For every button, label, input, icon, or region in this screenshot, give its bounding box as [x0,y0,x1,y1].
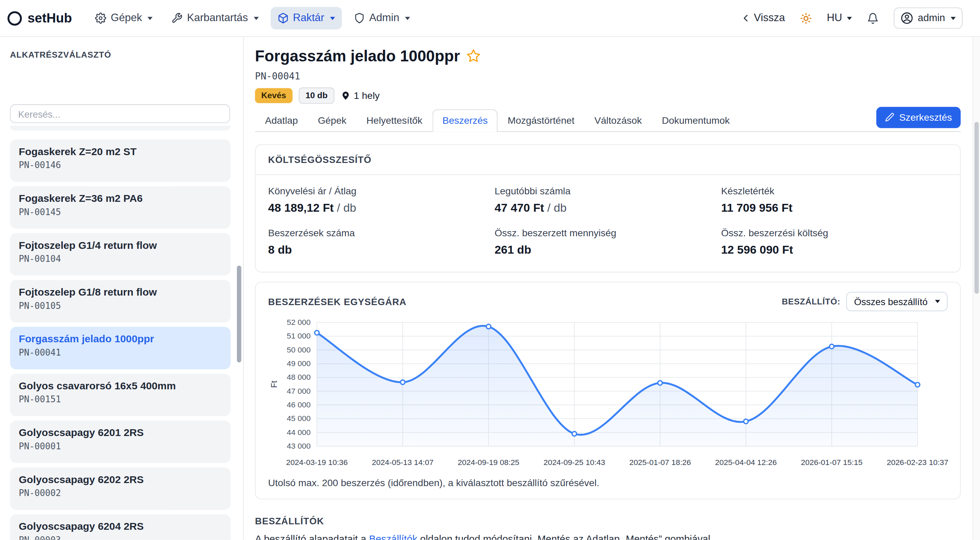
sidebar-scrollbar[interactable] [237,265,242,362]
suppliers-link[interactable]: Beszállítók [369,533,417,540]
tab-helyettesitok[interactable]: Helyettesítők [356,109,433,132]
stat-label: Készletérték [721,186,948,197]
app-window: setHub GépekKarbantartásRaktárAdmin Viss… [0,0,980,540]
part-list-item-pn-00104[interactable]: Fojtoszelep G1/4 return flowPN-00104 [10,233,231,276]
part-list-item-partial[interactable] [10,125,231,130]
cost-summary-title: KÖLTSÉGÖSSZESÍTŐ [256,145,960,175]
stat-label: Össz. beszerzési költség [721,227,948,238]
stat-value: 11 709 956 Ft [721,201,948,214]
chart-header: BESZERZÉSEK EGYSÉGÁRA BESZÁLLÍTÓ: Összes… [256,282,960,318]
nav-item-admin[interactable]: Admin [347,7,417,29]
part-list-item-pn-00001[interactable]: Golyoscsapagy 6201 2RSPN-00001 [10,421,231,463]
part-list-item-pn-00041[interactable]: Forgasszám jelado 1000pprPN-00041 [10,327,231,370]
svg-text:50 000: 50 000 [287,345,311,354]
search-input[interactable] [10,104,230,123]
part-item-pn: PN-00145 [19,207,222,217]
edit-button-label: Szerkesztés [899,111,952,123]
tab-gepek[interactable]: Gépek [308,109,356,132]
tab-beszerzes[interactable]: Beszerzés [433,109,498,132]
cost-stat-konyvelesi-ar-atlag: Könyvelési ár / Átlag48 189,12 Ft / db [268,186,495,215]
stat-value-number: 261 db [495,243,531,256]
pencil-icon [885,113,894,122]
tab-bar: AdatlapGépekHelyettesítőkBeszerzésMozgás… [255,109,961,132]
stat-value: 47 470 Ft / db [495,201,721,214]
chevron-left-icon [740,13,751,24]
window-scrollbar-thumb[interactable] [975,122,979,294]
stat-value: 48 189,12 Ft / db [268,201,495,214]
suppliers-text-before: A beszállító alapadatait a [255,533,369,540]
language-label: HU [827,12,842,25]
part-item-name: Golyoscsapagy 6201 2RS [19,427,222,439]
box-icon [277,13,288,24]
part-list: Fogaskerek Z=20 m2 STPN-00146Fogaskerek … [0,125,243,540]
svg-text:48 000: 48 000 [287,373,311,381]
theme-toggle-sun-icon[interactable] [800,12,812,24]
part-item-pn: PN-00041 [19,347,222,357]
edit-button[interactable]: Szerkesztés [876,107,961,128]
user-avatar-icon [901,12,913,25]
location-info[interactable]: 1 hely [340,90,380,101]
chevron-down-icon [935,300,940,303]
suppliers-title: BESZÁLLÍTÓK [255,515,961,526]
user-name: admin [918,13,945,24]
notifications-bell-icon[interactable] [867,12,879,24]
user-menu[interactable]: admin [894,8,963,29]
stat-value-number: 8 db [268,243,292,256]
tab-mozgastortenet[interactable]: Mozgástörténet [498,109,584,132]
cost-summary-card: KÖLTSÉGÖSSZESÍTŐ Könyvelési ár / Átlag48… [255,144,961,272]
brand-logo[interactable]: setHub [8,11,72,25]
language-selector[interactable]: HU [827,12,852,25]
part-item-name: Fogaskerek Z=20 m2 ST [19,146,222,157]
stat-label: Beszerzések száma [268,227,495,238]
favorite-star-icon[interactable] [466,49,480,63]
back-button[interactable]: Vissza [740,12,785,25]
stat-label: Össz. beszerzett mennyiség [495,227,721,238]
main-content: Forgasszám jelado 1000ppr PN-00041 Kevés… [245,37,972,540]
tab-valtozasok[interactable]: Változások [584,109,652,132]
svg-text:52 000: 52 000 [287,318,311,326]
nav-item-karbantartas[interactable]: Karbantartás [165,7,266,29]
page-title: Forgasszám jelado 1000ppr [255,47,460,65]
stat-value-number: 48 189,12 Ft [268,201,334,214]
part-list-item-pn-00145[interactable]: Fogaskerek Z=36 m2 PA6PN-00145 [10,186,231,229]
svg-text:2026-01-07 15:15: 2026-01-07 15:15 [801,457,863,466]
svg-text:2025-04-04 12:26: 2025-04-04 12:26 [715,457,777,466]
part-list-item-pn-00002[interactable]: Golyoscsapagy 6202 2RSPN-00002 [10,467,231,510]
nav-item-gepek[interactable]: Gépek [88,7,159,29]
svg-text:49 000: 49 000 [287,359,311,367]
part-list-item-pn-00105[interactable]: Fojtoszelep G1/8 return flowPN-00105 [10,280,231,322]
suppliers-section: BESZÁLLÍTÓK A beszállító alapadatait a B… [255,515,961,540]
cost-stat-ossz-beszerzett-mennyiseg: Össz. beszerzett mennyiség261 db [495,227,721,256]
tab-dokumentumok[interactable]: Dokumentumok [652,109,740,132]
supplier-filter-label: BESZÁLLÍTÓ: [782,297,840,306]
supplier-select-value: Összes beszállító [854,296,928,307]
svg-text:47 000: 47 000 [287,386,311,395]
chevron-down-icon [847,17,852,20]
part-item-pn: PN-00001 [19,441,222,451]
svg-text:44 000: 44 000 [287,427,311,436]
svg-text:43 000: 43 000 [287,441,311,450]
part-item-pn: PN-00151 [19,394,222,404]
chevron-down-icon [330,17,335,20]
tab-adatlap[interactable]: Adatlap [255,109,308,132]
supplier-select[interactable]: Összes beszállító [847,291,948,311]
cost-stat-keszletertek: Készletérték11 709 956 Ft [721,186,948,215]
svg-text:2024-03-19 10:36: 2024-03-19 10:36 [286,457,348,466]
part-list-item-pn-00146[interactable]: Fogaskerek Z=20 m2 STPN-00146 [10,140,231,182]
stat-label: Könyvelési ár / Átlag [268,186,495,197]
part-item-pn: PN-00104 [19,254,222,264]
part-item-pn: PN-00105 [19,301,222,311]
svg-text:2024-09-25 10:43: 2024-09-25 10:43 [544,457,605,466]
part-list-item-pn-00151[interactable]: Golyos csavarorsó 16x5 400mmPN-00151 [10,374,231,416]
nav-item-raktar[interactable]: Raktár [270,7,342,29]
sethub-logo-icon [8,11,22,25]
suppliers-text-after: oldalon tudod módosítani. Mentés az Adat… [417,533,713,540]
cost-stat-ossz-beszerzesi-koltseg: Össz. beszerzési költség12 596 090 Ft [721,227,948,256]
back-label: Vissza [754,12,785,25]
nav-item-label: Raktár [293,12,324,25]
part-list-item-pn-00003[interactable]: Golyoscsapagy 6204 2RSPN-00003 [10,515,231,540]
chart-footnote: Utolsó max. 200 beszerzés (időrendben), … [256,472,960,499]
cost-stat-legutobbi-szamla: Legutóbbi számla47 470 Ft / db [495,186,721,215]
stat-value: 261 db [495,243,721,256]
part-item-pn: PN-00003 [19,535,222,540]
